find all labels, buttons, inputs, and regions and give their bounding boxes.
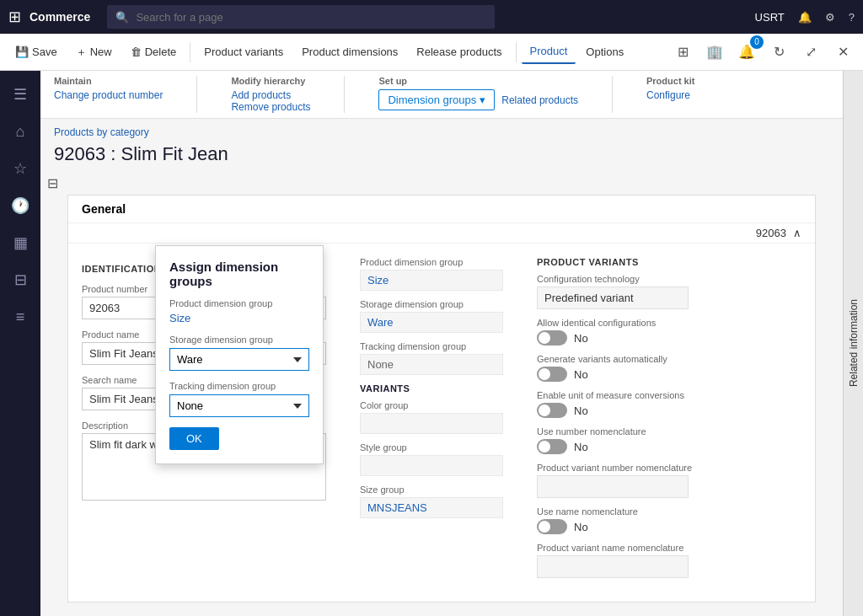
maintain-section: Maintain Change product number	[54, 76, 163, 101]
color-group-label: Color group	[360, 400, 503, 410]
breadcrumb[interactable]: Products by category	[54, 126, 149, 138]
top-navigation: ⊞ Commerce 🔍 USRT 🔔 ⚙ ?	[0, 0, 863, 34]
user-label: USRT	[755, 11, 785, 24]
use-number-label: Use number nomenclature	[537, 426, 801, 437]
sidebar-item-menu[interactable]: ☰	[3, 78, 37, 111]
settings-icon[interactable]: ⚙	[825, 11, 835, 24]
chevron-down-icon: ▾	[480, 94, 485, 106]
product-title: 92063 : Slim Fit Jean	[40, 140, 843, 172]
popup-storage-dim-select[interactable]: Ware None Standard	[169, 348, 309, 371]
assign-dimension-groups-popup: Assign dimension groups Product dimensio…	[155, 245, 324, 464]
right-panel[interactable]: Related information	[843, 71, 863, 616]
refresh-button[interactable]: ↻	[765, 39, 792, 66]
use-name-toggle[interactable]	[537, 519, 567, 534]
enable-unit-toggle[interactable]	[537, 403, 567, 418]
sidebar-item-home[interactable]: ⌂	[3, 115, 37, 148]
use-name-value: No	[574, 521, 588, 533]
product-variants-col: PRODUCT VARIANTS Configuration technolog…	[537, 257, 801, 587]
save-button[interactable]: 💾 Save	[7, 40, 66, 63]
product-variant-name-nom-value	[537, 555, 689, 578]
delete-icon: 🗑	[131, 46, 142, 58]
sidebar-item-filter[interactable]: ⊟	[3, 263, 37, 297]
config-tech-row: Configuration technology Predefined vari…	[537, 274, 801, 309]
separator-2	[516, 42, 517, 62]
remove-products-link[interactable]: Remove products	[231, 101, 310, 113]
product-content: Products by category 92063 : Slim Fit Je…	[40, 119, 843, 616]
generate-auto-row: Generate variants automatically No	[537, 354, 801, 382]
generate-auto-toggle-row: No	[537, 367, 801, 382]
add-products-link[interactable]: Add products	[231, 89, 310, 101]
related-products-link[interactable]: Related products	[501, 94, 578, 106]
expand-button[interactable]: ⤢	[797, 39, 824, 66]
separator-1	[190, 42, 190, 62]
delete-button[interactable]: 🗑 Delete	[122, 40, 185, 63]
storage-dim-value[interactable]: Ware	[360, 312, 503, 333]
grid-view-button[interactable]: ⊞	[669, 39, 696, 66]
generate-auto-toggle[interactable]	[537, 367, 567, 382]
dimension-groups-col: Product dimension group Size Storage dim…	[360, 257, 503, 587]
help-icon[interactable]: ?	[849, 11, 855, 24]
search-icon: 🔍	[115, 11, 129, 24]
size-group-value[interactable]: MNSJEANS	[360, 497, 503, 518]
config-tech-value: Predefined variant	[537, 287, 689, 309]
product-variant-num-nom-label: Product variant number nomenclature	[537, 463, 801, 473]
configure-link[interactable]: Configure	[646, 89, 694, 101]
grid-icon[interactable]: ⊞	[8, 8, 21, 26]
product-kit-section: Product kit Configure	[646, 76, 694, 101]
config-tech-label: Configuration technology	[537, 274, 801, 284]
maintain-bar: Maintain Change product number Modify hi…	[40, 71, 843, 119]
modify-hierarchy-title: Modify hierarchy	[231, 76, 310, 86]
allow-identical-toggle[interactable]	[537, 330, 567, 345]
popup-product-dim-label: Product dimension group	[169, 298, 309, 308]
card-number: 92063	[756, 227, 786, 239]
product-dim-group: Product dimension group Size	[360, 257, 503, 291]
use-number-row: Use number nomenclature No	[537, 426, 801, 454]
modify-hierarchy-section: Modify hierarchy Add products Remove pro…	[231, 76, 310, 113]
style-group-value[interactable]	[360, 455, 503, 476]
divider-1	[196, 76, 197, 113]
bell-icon[interactable]: 🔔	[798, 11, 812, 24]
use-number-toggle[interactable]	[537, 439, 567, 454]
sidebar-item-workspaces[interactable]: ▦	[3, 226, 37, 260]
search-input[interactable]	[136, 11, 486, 24]
generate-auto-label: Generate variants automatically	[537, 354, 801, 364]
product-dim-value[interactable]: Size	[360, 270, 503, 291]
popup-product-dim-value: Size	[169, 312, 309, 324]
change-product-number-link[interactable]: Change product number	[54, 89, 163, 101]
options-tab[interactable]: Options	[577, 40, 632, 63]
sidebar-item-favorites[interactable]: ☆	[3, 152, 37, 185]
sidebar-item-recent[interactable]: 🕐	[3, 189, 37, 222]
search-bar[interactable]: 🔍	[107, 5, 495, 29]
popup-tracking-dim-select[interactable]: None Batch Serial	[169, 394, 309, 417]
storage-dim-label: Storage dimension group	[360, 299, 503, 309]
product-variant-name-nom-label: Product variant name nomenclature	[537, 543, 801, 553]
allow-identical-toggle-row: No	[537, 330, 801, 345]
release-products-button[interactable]: Release products	[408, 40, 510, 63]
close-button[interactable]: ✕	[829, 39, 856, 66]
filter-icon[interactable]: ⊟	[47, 175, 58, 191]
dimension-groups-dropdown[interactable]: Dimension groups ▾	[378, 89, 495, 110]
use-number-value: No	[574, 441, 588, 453]
color-group: Color group	[360, 400, 503, 434]
command-bar: 💾 Save ＋ New 🗑 Delete Product variants P…	[0, 34, 863, 71]
color-group-value[interactable]	[360, 413, 503, 434]
collapse-icon[interactable]: ∧	[793, 227, 801, 239]
sidebar-item-list[interactable]: ≡	[3, 300, 37, 334]
tracking-dim-value[interactable]: None	[360, 354, 503, 375]
enable-unit-value: No	[574, 404, 588, 417]
product-tab[interactable]: Product	[522, 40, 576, 64]
allow-identical-value: No	[574, 332, 588, 345]
use-number-toggle-row: No	[537, 439, 801, 454]
filter-bar: ⊟	[40, 172, 843, 195]
new-button[interactable]: ＋ New	[67, 40, 121, 65]
popup-ok-button[interactable]: OK	[169, 427, 219, 450]
storage-dim-group: Storage dimension group Ware	[360, 299, 503, 333]
popup-title: Assign dimension groups	[169, 260, 309, 288]
product-dim-label: Product dimension group	[360, 257, 503, 267]
product-variants-button[interactable]: Product variants	[196, 40, 292, 63]
allow-identical-row: Allow identical configurations No	[537, 318, 801, 345]
product-variant-num-nom-value	[537, 475, 689, 498]
office-icon-button[interactable]: 🏢	[701, 39, 728, 66]
product-dimensions-button[interactable]: Product dimensions	[293, 40, 406, 63]
tracking-dim-group: Tracking dimension group None	[360, 341, 503, 375]
